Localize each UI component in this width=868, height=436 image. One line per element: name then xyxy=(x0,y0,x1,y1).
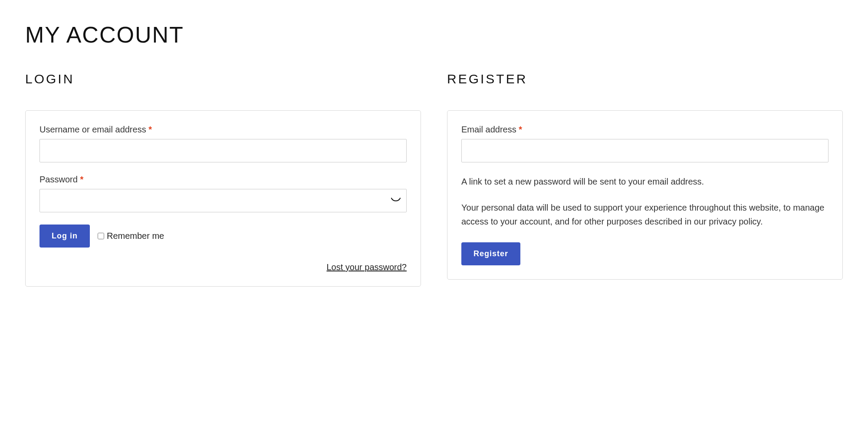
login-button[interactable]: Log in xyxy=(39,225,90,248)
lost-password-link[interactable]: Lost your password? xyxy=(326,262,407,272)
password-input-wrap xyxy=(39,189,407,212)
register-column: REGISTER Email address * A link to set a… xyxy=(447,72,843,287)
password-row: Password * xyxy=(39,175,407,212)
login-action-row: Log in Remember me xyxy=(39,225,407,248)
password-label-text: Password xyxy=(39,175,80,184)
username-input[interactable] xyxy=(39,139,407,162)
password-input[interactable] xyxy=(39,189,407,212)
login-column: LOGIN Username or email address * Passwo… xyxy=(25,72,421,287)
password-link-info: A link to set a new password will be sen… xyxy=(461,175,829,188)
register-panel: Email address * A link to set a new pass… xyxy=(447,110,843,280)
remember-me-label: Remember me xyxy=(107,231,164,241)
email-label: Email address * xyxy=(461,125,829,135)
required-mark: * xyxy=(519,125,522,134)
columns: LOGIN Username or email address * Passwo… xyxy=(25,72,843,287)
username-row: Username or email address * xyxy=(39,125,407,162)
password-label: Password * xyxy=(39,175,407,185)
page-title: MY ACCOUNT xyxy=(25,22,843,48)
email-label-text: Email address xyxy=(461,125,519,134)
login-heading: LOGIN xyxy=(25,72,421,86)
username-label-text: Username or email address xyxy=(39,125,148,134)
register-button[interactable]: Register xyxy=(461,242,520,265)
email-input[interactable] xyxy=(461,139,829,162)
privacy-text: Your personal data will be used to suppo… xyxy=(461,201,829,228)
login-panel: Username or email address * Password * xyxy=(25,110,421,287)
required-mark: * xyxy=(148,125,152,134)
remember-me-checkbox[interactable] xyxy=(98,233,104,239)
required-mark: * xyxy=(80,175,83,184)
email-row: Email address * xyxy=(461,125,829,162)
eye-icon[interactable] xyxy=(391,197,401,205)
username-label: Username or email address * xyxy=(39,125,407,135)
remember-me[interactable]: Remember me xyxy=(98,231,164,241)
register-heading: REGISTER xyxy=(447,72,843,86)
lost-password-row: Lost your password? xyxy=(39,262,407,272)
